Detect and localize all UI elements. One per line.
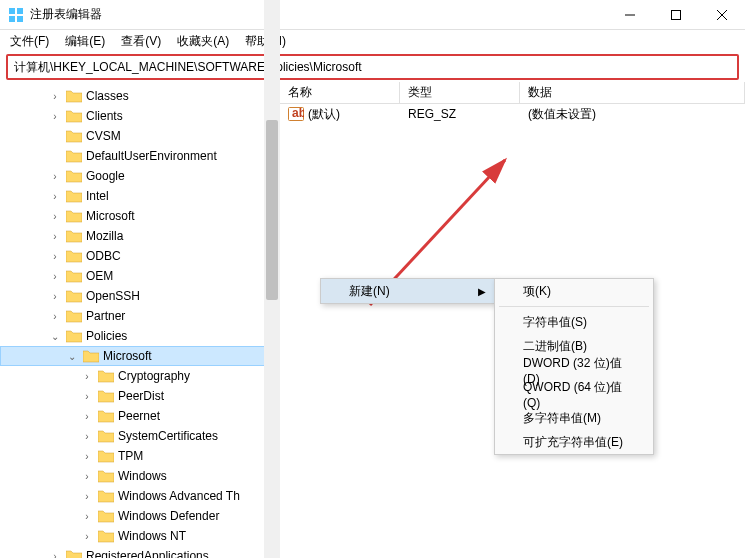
col-data[interactable]: 数据 xyxy=(520,82,745,103)
ctx-multi[interactable]: 多字符串值(M) xyxy=(495,406,653,430)
tree-panel[interactable]: ›Classes›ClientsCVSMDefaultUserEnvironme… xyxy=(0,82,280,558)
tree-label: TPM xyxy=(118,449,143,463)
tree-expander[interactable]: › xyxy=(80,529,94,543)
tree-node[interactable]: ›Cryptography xyxy=(0,366,279,386)
tree-node[interactable]: ›ODBC xyxy=(0,246,279,266)
tree-expander[interactable]: › xyxy=(48,549,62,558)
value-data: (数值未设置) xyxy=(520,106,745,123)
tree-label: Partner xyxy=(86,309,125,323)
tree-label: DefaultUserEnvironment xyxy=(86,149,217,163)
tree-node[interactable]: ›Peernet xyxy=(0,406,279,426)
svg-rect-3 xyxy=(17,16,23,22)
svg-text:ab: ab xyxy=(292,107,304,120)
tree-label: OEM xyxy=(86,269,113,283)
tree-node[interactable]: ›Partner xyxy=(0,306,279,326)
string-value-icon: ab xyxy=(288,107,304,121)
minimize-button[interactable] xyxy=(607,0,653,30)
menubar: 文件(F) 编辑(E) 查看(V) 收藏夹(A) 帮助(H) xyxy=(0,30,745,52)
tree-node[interactable]: ›TPM xyxy=(0,446,279,466)
tree-expander[interactable]: › xyxy=(80,429,94,443)
tree-node[interactable]: ›Microsoft xyxy=(0,206,279,226)
tree-expander[interactable]: › xyxy=(80,389,94,403)
tree-expander[interactable]: › xyxy=(80,509,94,523)
tree-label: Peernet xyxy=(118,409,160,423)
tree-expander[interactable]: › xyxy=(48,109,62,123)
tree-node[interactable]: ⌄Microsoft xyxy=(0,346,279,366)
close-button[interactable] xyxy=(699,0,745,30)
cell-name: ab (默认) xyxy=(280,106,400,123)
ctx-separator xyxy=(499,306,649,307)
list-row[interactable]: ab (默认) REG_SZ (数值未设置) xyxy=(280,104,745,124)
menu-favorites[interactable]: 收藏夹(A) xyxy=(171,31,235,52)
tree-expander[interactable]: › xyxy=(48,89,62,103)
tree-expander[interactable]: ⌄ xyxy=(48,329,62,343)
tree-node[interactable]: ›RegisteredApplications xyxy=(0,546,279,558)
menu-file[interactable]: 文件(F) xyxy=(4,31,55,52)
tree-expander[interactable]: › xyxy=(80,449,94,463)
menu-view[interactable]: 查看(V) xyxy=(115,31,167,52)
tree-expander[interactable]: › xyxy=(80,489,94,503)
tree-node[interactable]: ›PeerDist xyxy=(0,386,279,406)
tree-label: ODBC xyxy=(86,249,121,263)
tree-label: CVSM xyxy=(86,129,121,143)
tree-node[interactable]: ›Windows Advanced Th xyxy=(0,486,279,506)
tree-expander[interactable]: › xyxy=(48,169,62,183)
tree-node[interactable]: ›Google xyxy=(0,166,279,186)
menu-edit[interactable]: 编辑(E) xyxy=(59,31,111,52)
tree-label: Windows NT xyxy=(118,529,186,543)
tree-node[interactable]: ›OpenSSH xyxy=(0,286,279,306)
tree-expander[interactable]: › xyxy=(48,269,62,283)
context-menu: 新建(N) ▶ xyxy=(320,278,495,304)
tree-expander[interactable]: › xyxy=(48,309,62,323)
address-bar[interactable]: 计算机\HKEY_LOCAL_MACHINE\SOFTWARE\Policies… xyxy=(6,54,739,80)
col-type[interactable]: 类型 xyxy=(400,82,520,103)
value-type: REG_SZ xyxy=(400,107,520,121)
tree-node[interactable]: ›Windows xyxy=(0,466,279,486)
tree-label: SystemCertificates xyxy=(118,429,218,443)
tree-node[interactable]: ›Windows Defender xyxy=(0,506,279,526)
tree-expander[interactable]: › xyxy=(48,249,62,263)
tree-node[interactable]: ›Intel xyxy=(0,186,279,206)
value-name: (默认) xyxy=(308,106,340,123)
chevron-right-icon: ▶ xyxy=(478,286,486,297)
tree-node[interactable]: ›OEM xyxy=(0,266,279,286)
ctx-new[interactable]: 新建(N) ▶ xyxy=(321,279,494,303)
ctx-qword[interactable]: QWORD (64 位)值(Q) xyxy=(495,382,653,406)
tree-label: Cryptography xyxy=(118,369,190,383)
tree-expander[interactable]: › xyxy=(80,409,94,423)
ctx-key[interactable]: 项(K) xyxy=(495,279,653,303)
tree-node[interactable]: CVSM xyxy=(0,126,279,146)
tree-node[interactable]: ›Clients xyxy=(0,106,279,126)
tree-label: Microsoft xyxy=(86,209,135,223)
col-name[interactable]: 名称 xyxy=(280,82,400,103)
tree-expander[interactable]: › xyxy=(48,189,62,203)
regedit-icon xyxy=(8,7,24,23)
scrollbar-thumb[interactable] xyxy=(266,120,278,300)
svg-rect-1 xyxy=(17,8,23,14)
tree-label: Google xyxy=(86,169,125,183)
ctx-expand[interactable]: 可扩充字符串值(E) xyxy=(495,430,653,454)
tree-label: Intel xyxy=(86,189,109,203)
tree-expander[interactable]: › xyxy=(80,469,94,483)
tree-label: RegisteredApplications xyxy=(86,549,209,558)
list-header: 名称 类型 数据 xyxy=(280,82,745,104)
tree-node[interactable]: ⌄Policies xyxy=(0,326,279,346)
tree-expander[interactable]: ⌄ xyxy=(65,349,79,363)
ctx-new-label: 新建(N) xyxy=(349,283,390,300)
maximize-button[interactable] xyxy=(653,0,699,30)
tree-expander[interactable]: › xyxy=(48,229,62,243)
ctx-string[interactable]: 字符串值(S) xyxy=(495,310,653,334)
tree-node[interactable]: ›Mozilla xyxy=(0,226,279,246)
titlebar: 注册表编辑器 xyxy=(0,0,745,30)
tree-expander[interactable]: › xyxy=(80,369,94,383)
tree-node[interactable]: ›Windows NT xyxy=(0,526,279,546)
tree-expander[interactable]: › xyxy=(48,209,62,223)
tree-scrollbar[interactable] xyxy=(264,0,280,558)
tree-node[interactable]: ›Classes xyxy=(0,86,279,106)
tree-expander[interactable]: › xyxy=(48,289,62,303)
svg-rect-0 xyxy=(9,8,15,14)
tree-node[interactable]: ›SystemCertificates xyxy=(0,426,279,446)
tree-node[interactable]: DefaultUserEnvironment xyxy=(0,146,279,166)
tree-label: Microsoft xyxy=(103,349,152,363)
tree-label: Windows Advanced Th xyxy=(118,489,240,503)
